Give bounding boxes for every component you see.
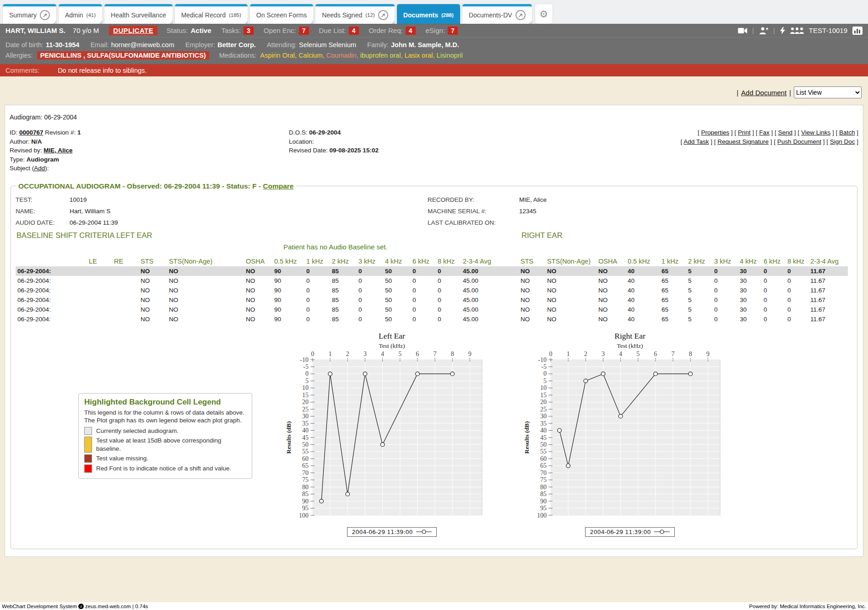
view-links-link[interactable]: View Links	[801, 129, 830, 136]
video-camera-icon[interactable]	[738, 27, 747, 34]
medication-item[interactable]: Aspirin Oral,	[260, 52, 298, 59]
left-value: 0	[408, 276, 433, 286]
compare-link[interactable]: Compare	[263, 182, 293, 190]
status-label: Status:	[167, 27, 188, 34]
right-value: 0	[710, 276, 735, 286]
tab-needs-signed[interactable]: Needs Signed(12)↗	[315, 4, 394, 24]
allergies-value[interactable]: PENICILLINS , SULFA(SULFONAMIDE ANTIBIOT…	[37, 51, 209, 59]
duplicate-flag[interactable]: DUPLICATE	[109, 26, 157, 35]
svg-text:90: 90	[302, 497, 309, 504]
send-link[interactable]: Send	[778, 129, 793, 136]
svg-text:95: 95	[302, 505, 309, 512]
group-icon[interactable]	[790, 27, 804, 34]
left-value: 0	[354, 276, 380, 286]
order-req-badge[interactable]: 4	[406, 27, 416, 35]
document-id-link[interactable]: 0000767	[19, 129, 43, 136]
audiogram-row[interactable]: 06-29-2004:NONONO900850500045.00NONONO40…	[16, 314, 848, 324]
info-icon[interactable]: i	[78, 604, 84, 609]
charts-row: Highlighted Background Cell Legend This …	[16, 331, 852, 537]
left-value: 50	[380, 305, 408, 314]
fax-link[interactable]: Fax	[759, 129, 770, 136]
spacer	[499, 295, 516, 305]
info-row: RECORDED BY:MIE, Alice	[428, 194, 547, 205]
properties-link[interactable]: Properties	[701, 129, 729, 136]
svg-text:25: 25	[540, 405, 547, 412]
svg-text:85: 85	[540, 491, 547, 497]
separator: |	[789, 89, 791, 97]
legend-item: Currently selected audiogram.	[84, 427, 246, 435]
view-select[interactable]: List View	[794, 86, 862, 98]
tab-documents[interactable]: Documents(288)	[397, 4, 460, 24]
plot-legend: 2004-06-29 11:39:00	[585, 527, 675, 537]
demographics-row: Date of birth:11-30-1954Email:horner@mie…	[5, 40, 863, 50]
push-document-link[interactable]: Push Document	[777, 138, 821, 145]
legend-swatch	[84, 464, 92, 473]
svg-text:40: 40	[302, 427, 309, 434]
left-value: 90	[270, 305, 302, 314]
left-value: 85	[327, 276, 354, 286]
tab-summary[interactable]: Summary↗	[3, 4, 56, 24]
audiogram-info-left: TEST:10019NAME:Hart, William SAUDIO DATE…	[16, 194, 428, 228]
medication-item[interactable]: Calcium,	[298, 52, 326, 59]
svg-text:7: 7	[672, 351, 675, 357]
left-value	[84, 276, 109, 286]
subject-add-link[interactable]: Add	[34, 165, 45, 172]
author-value: N/A	[31, 138, 42, 145]
medication-item[interactable]: ibuprofen oral,	[360, 52, 405, 59]
flowsheet-chart-icon[interactable]	[852, 27, 863, 35]
medication-item[interactable]: Lasix oral,	[404, 52, 436, 59]
sign-doc-link[interactable]: Sign Doc	[830, 138, 855, 145]
dos-label: D.O.S:	[289, 129, 308, 136]
open-enc-badge[interactable]: 7	[299, 27, 309, 35]
batch-link[interactable]: Batch	[839, 129, 855, 136]
right-value: 0	[759, 305, 783, 314]
col-right-6-khz: 6 kHz	[759, 256, 783, 266]
tab-health-surveillance[interactable]: Health Surveillance	[104, 4, 173, 24]
right-value: NO	[516, 305, 542, 314]
row-date: 06-29-2004:	[16, 286, 84, 295]
print-link[interactable]: Print	[738, 129, 751, 136]
add-document-link[interactable]: Add Document	[741, 89, 787, 97]
esign-label: eSign:	[426, 27, 445, 34]
revision-label: Revision #:	[45, 129, 76, 136]
footer-host[interactable]: zeus.med-web.com | 0.74s	[85, 604, 148, 609]
add-task-link[interactable]: Add Task	[684, 138, 709, 145]
esign-badge[interactable]: 7	[448, 27, 458, 35]
request-signature-link[interactable]: Request Signature	[717, 138, 769, 145]
medication-item[interactable]: Coumadin,	[326, 52, 360, 59]
settings-button[interactable]: ⚙	[535, 4, 553, 24]
left-value: 0	[302, 276, 327, 286]
right-value: NO	[594, 286, 623, 295]
svg-text:9: 9	[468, 351, 472, 357]
audiogram-row[interactable]: 06-29-2004:NONONO900850500045.00NONONO40…	[16, 276, 848, 286]
spacer	[499, 266, 516, 276]
audiogram-row[interactable]: 06-29-2004:NONONO900850500045.00NONONO40…	[16, 266, 848, 276]
tab-on-screen-forms[interactable]: On Screen Forms	[250, 4, 313, 24]
due-list-badge[interactable]: 4	[349, 27, 359, 35]
tab-medical-record[interactable]: Medical Record(185)	[175, 4, 248, 24]
tab-documents-dv[interactable]: Documents-DV↗	[462, 4, 532, 24]
left-value: 0	[354, 305, 380, 314]
left-value: NO	[241, 266, 270, 276]
audiogram-row[interactable]: 06-29-2004:NONONO900850500045.00NONONO40…	[16, 286, 848, 295]
audiogram-row[interactable]: 06-29-2004:NONONO900850500045.00NONONO40…	[16, 295, 848, 305]
right-value: NO	[594, 314, 623, 324]
tasks-label: Tasks:	[222, 27, 241, 34]
left-value: 90	[270, 286, 302, 295]
revised-by-link[interactable]: MIE, Alice	[43, 147, 72, 154]
medication-item[interactable]: Lisinopril	[437, 52, 463, 59]
add-user-icon[interactable]	[759, 27, 768, 34]
right-value: 0	[783, 286, 806, 295]
flash-icon[interactable]	[780, 27, 785, 34]
external-link-icon: ↗	[515, 10, 526, 20]
spacer	[499, 276, 516, 286]
info-row: NAME:Hart, William S	[16, 205, 428, 217]
audiogram-row[interactable]: 06-29-2004:NONONO900850500045.00NONONO40…	[16, 305, 848, 314]
right-value: 11.67	[806, 314, 848, 324]
legend-label: Red Font is to indicate notice of a shif…	[96, 464, 231, 473]
left-value: 85	[327, 295, 354, 305]
tab-admin[interactable]: Admin(41)	[59, 4, 102, 24]
attending-label: Attending:	[267, 41, 297, 49]
tasks-badge[interactable]: 3	[244, 27, 254, 35]
svg-text:0: 0	[311, 351, 315, 357]
